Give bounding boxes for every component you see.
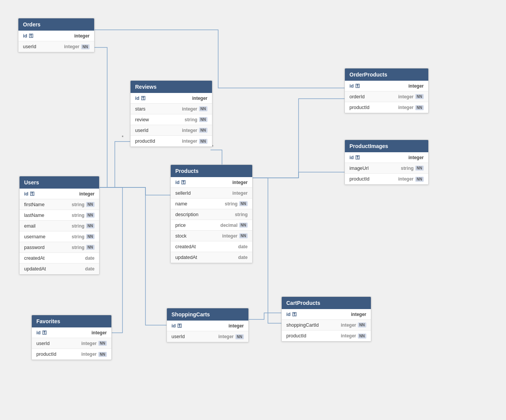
reviews-row-productid: productId integer NN xyxy=(131,136,212,147)
favorites-header: Favorites xyxy=(32,315,111,327)
productimages-type-imageurl: string NN xyxy=(401,166,424,171)
cartproducts-table: CartProducts id ⚿ integer shoppingCartId… xyxy=(281,296,371,342)
products-type-updatedat: date xyxy=(238,255,248,260)
shoppingcarts-title: ShoppingCarts xyxy=(171,311,210,317)
productimages-type-id: integer xyxy=(408,155,424,160)
orders-header: Orders xyxy=(18,18,94,31)
reviews-type-stars: integer NN xyxy=(182,106,207,112)
conn-users-products xyxy=(96,187,170,195)
users-row-createdat: createdAt date xyxy=(20,253,99,264)
conn-users-shoppingcarts xyxy=(96,187,166,325)
favorites-field-productid: productId xyxy=(36,352,56,357)
orders-type-id: integer xyxy=(74,33,90,39)
conn-products-cartproducts xyxy=(251,178,281,323)
shoppingcarts-type-id: integer xyxy=(229,323,244,329)
products-type-price: decimal NN xyxy=(220,223,248,228)
products-field-createdat: createdAt xyxy=(175,244,196,249)
products-field-updatedat: updatedAt xyxy=(175,255,197,260)
shoppingcarts-header: ShoppingCarts xyxy=(167,308,248,321)
users-row-password: password string NN xyxy=(20,242,99,253)
users-row-username: username string NN xyxy=(20,231,99,242)
orderproducts-field-orderid: orderId xyxy=(349,94,365,99)
orders-type-userid: integer NN xyxy=(64,44,90,49)
users-row-email: email string NN xyxy=(20,221,99,231)
reviews-title: Reviews xyxy=(135,84,157,90)
shoppingcarts-type-userid: integer NN xyxy=(219,334,244,339)
reviews-type-userid: integer NN xyxy=(182,128,207,133)
products-type-createdat: date xyxy=(238,244,248,249)
cartproducts-type-shoppingcartid: integer NN xyxy=(341,322,366,328)
cartproducts-row-productid: productId integer NN xyxy=(282,330,371,341)
cartproducts-field-shoppingcartid: shoppingCartId xyxy=(286,322,319,328)
users-table: Users id ⚿ integer firstName string NN l… xyxy=(19,176,100,275)
products-field-sellerid: sellerId xyxy=(175,190,191,196)
cartproducts-type-id: integer xyxy=(351,312,366,317)
users-type-lastname: string NN xyxy=(72,213,95,218)
reviews-field-productid: productId xyxy=(135,138,155,144)
orderproducts-row-orderid: orderId integer NN xyxy=(345,91,428,102)
users-field-createdat: createdAt xyxy=(24,256,45,261)
users-type-username: string NN xyxy=(72,234,95,239)
shoppingcarts-row-userid: userId integer NN xyxy=(167,331,248,342)
reviews-type-review: string NN xyxy=(184,117,207,122)
mult-reviews-star: * xyxy=(122,135,124,140)
reviews-type-productid: integer NN xyxy=(182,138,207,144)
favorites-row-id: id ⚿ integer xyxy=(32,327,111,338)
cartproducts-field-id: id ⚿ xyxy=(286,312,297,317)
reviews-row-stars: stars integer NN xyxy=(131,104,212,114)
productimages-row-imageurl: imageUrl string NN xyxy=(345,163,428,174)
cartproducts-row-shoppingcartid: shoppingCartId integer NN xyxy=(282,320,371,330)
reviews-row-id: id ⚿ integer xyxy=(131,93,212,104)
reviews-row-review: review string NN xyxy=(131,114,212,125)
conn-orders-users xyxy=(95,47,107,187)
users-type-id: integer xyxy=(79,191,95,197)
products-title: Products xyxy=(175,168,199,174)
shoppingcarts-table: ShoppingCarts id ⚿ integer userId intege… xyxy=(166,308,249,342)
favorites-row-userid: userId integer NN xyxy=(32,338,111,349)
diagram-canvas: 1 1 * * Orders id ⚿ integer userId integ… xyxy=(0,0,506,420)
cartproducts-row-id: id ⚿ integer xyxy=(282,309,371,320)
products-type-description: string xyxy=(235,212,248,217)
favorites-field-userid: userId xyxy=(36,341,50,346)
cartproducts-type-productid: integer NN xyxy=(341,333,366,339)
cartproducts-field-productid: productId xyxy=(286,333,306,339)
users-row-updatedat: updatedAt date xyxy=(20,264,99,274)
productimages-type-productid: integer NN xyxy=(398,176,424,182)
reviews-header: Reviews xyxy=(131,81,212,93)
products-field-description: description xyxy=(175,212,198,217)
products-table: Products id ⚿ integer sellerId integer n… xyxy=(170,164,253,263)
users-type-firstname: string NN xyxy=(72,202,95,207)
users-field-id: id ⚿ xyxy=(24,191,35,197)
productimages-field-id: id ⚿ xyxy=(349,155,360,160)
orderproducts-type-id: integer xyxy=(408,83,424,89)
orderproducts-type-orderid: integer NN xyxy=(398,94,424,99)
products-header: Products xyxy=(171,165,252,177)
products-row-price: price decimal NN xyxy=(171,220,252,231)
favorites-type-id: integer xyxy=(91,330,107,335)
orderproducts-table: OrderProducts id ⚿ integer orderId integ… xyxy=(344,68,429,113)
conn-carts-cartproducts xyxy=(247,313,281,319)
users-row-id: id ⚿ integer xyxy=(20,189,99,199)
orderproducts-type-productid: integer NN xyxy=(398,105,424,110)
shoppingcarts-field-userid: userId xyxy=(171,334,185,339)
products-row-id: id ⚿ integer xyxy=(171,177,252,188)
products-field-id: id ⚿ xyxy=(175,180,186,185)
users-field-firstname: firstName xyxy=(24,202,44,207)
orderproducts-header: OrderProducts xyxy=(345,68,428,81)
productimages-table: ProductImages id ⚿ integer imageUrl stri… xyxy=(344,140,429,185)
users-field-password: password xyxy=(24,245,45,250)
users-header: Users xyxy=(20,176,99,189)
reviews-field-id: id ⚿ xyxy=(135,96,146,101)
reviews-row-userid: userId integer NN xyxy=(131,125,212,136)
orders-table: Orders id ⚿ integer userId integer NN xyxy=(18,18,95,52)
favorites-table: Favorites id ⚿ integer userId integer NN… xyxy=(31,315,112,360)
favorites-title: Favorites xyxy=(36,318,60,324)
cartproducts-title: CartProducts xyxy=(286,300,320,306)
shoppingcarts-row-id: id ⚿ integer xyxy=(167,321,248,331)
conn-products-productimages xyxy=(251,172,344,178)
productimages-field-productid: productId xyxy=(349,176,369,182)
conn-orders-orderproducts xyxy=(95,30,344,88)
users-type-password: string NN xyxy=(72,245,95,250)
orders-title: Orders xyxy=(23,21,41,28)
products-type-name: string NN xyxy=(225,201,248,207)
